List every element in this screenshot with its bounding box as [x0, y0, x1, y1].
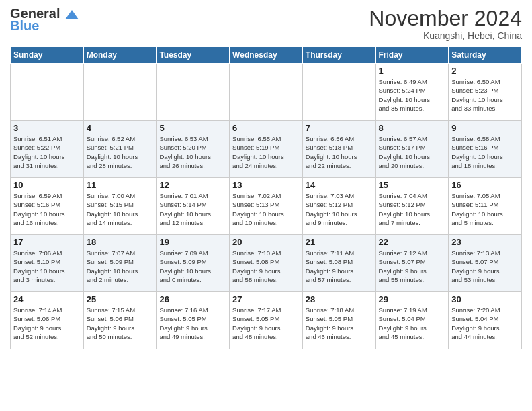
calendar-cell — [157, 64, 230, 121]
day-number: 3 — [13, 123, 81, 133]
calendar-cell — [302, 64, 375, 121]
calendar-cell: 27Sunrise: 7:17 AM Sunset: 5:05 PM Dayli… — [230, 292, 303, 349]
calendar-week-row: 17Sunrise: 7:06 AM Sunset: 5:10 PM Dayli… — [11, 235, 522, 292]
day-number: 15 — [379, 180, 446, 190]
day-info: Sunrise: 7:17 AM Sunset: 5:05 PM Dayligh… — [232, 306, 300, 341]
calendar-cell: 30Sunrise: 7:20 AM Sunset: 5:04 PM Dayli… — [449, 292, 522, 349]
day-number: 2 — [451, 66, 519, 76]
calendar-cell: 10Sunrise: 6:59 AM Sunset: 5:16 PM Dayli… — [11, 178, 84, 235]
calendar-cell: 21Sunrise: 7:11 AM Sunset: 5:08 PM Dayli… — [302, 235, 375, 292]
day-number: 7 — [306, 123, 373, 133]
day-number: 28 — [306, 294, 373, 304]
calendar-cell: 28Sunrise: 7:18 AM Sunset: 5:05 PM Dayli… — [302, 292, 375, 349]
calendar-cell — [11, 64, 84, 121]
day-info: Sunrise: 6:53 AM Sunset: 5:20 PM Dayligh… — [159, 134, 226, 170]
day-number: 4 — [87, 123, 154, 133]
day-info: Sunrise: 7:02 AM Sunset: 5:13 PM Dayligh… — [232, 191, 300, 227]
calendar-cell: 11Sunrise: 7:00 AM Sunset: 5:15 PM Dayli… — [83, 178, 157, 235]
location-subtitle: Kuangshi, Hebei, China — [369, 30, 522, 41]
day-info: Sunrise: 7:01 AM Sunset: 5:14 PM Dayligh… — [159, 191, 226, 227]
day-info: Sunrise: 6:50 AM Sunset: 5:23 PM Dayligh… — [451, 77, 519, 113]
calendar-cell — [230, 64, 303, 121]
calendar-cell: 18Sunrise: 7:07 AM Sunset: 5:09 PM Dayli… — [83, 235, 157, 292]
calendar-cell: 4Sunrise: 6:52 AM Sunset: 5:21 PM Daylig… — [83, 121, 157, 178]
day-number: 24 — [13, 294, 81, 304]
calendar-cell: 3Sunrise: 6:51 AM Sunset: 5:22 PM Daylig… — [11, 121, 84, 178]
day-info: Sunrise: 7:10 AM Sunset: 5:08 PM Dayligh… — [232, 248, 300, 284]
day-info: Sunrise: 6:51 AM Sunset: 5:22 PM Dayligh… — [13, 134, 81, 170]
weekday-header-tuesday: Tuesday — [157, 47, 230, 64]
day-info: Sunrise: 7:00 AM Sunset: 5:15 PM Dayligh… — [87, 191, 154, 227]
day-number: 26 — [159, 294, 226, 304]
calendar-cell: 16Sunrise: 7:05 AM Sunset: 5:11 PM Dayli… — [449, 178, 522, 235]
calendar-table: SundayMondayTuesdayWednesdayThursdayFrid… — [10, 46, 522, 349]
day-number: 11 — [87, 180, 154, 190]
calendar-cell: 6Sunrise: 6:55 AM Sunset: 5:19 PM Daylig… — [230, 121, 303, 178]
day-number: 29 — [379, 294, 446, 304]
day-info: Sunrise: 7:11 AM Sunset: 5:08 PM Dayligh… — [306, 248, 373, 284]
calendar-week-row: 24Sunrise: 7:14 AM Sunset: 5:06 PM Dayli… — [11, 292, 522, 349]
day-info: Sunrise: 7:20 AM Sunset: 5:04 PM Dayligh… — [451, 306, 519, 341]
calendar-cell: 26Sunrise: 7:16 AM Sunset: 5:05 PM Dayli… — [157, 292, 230, 349]
calendar-cell: 17Sunrise: 7:06 AM Sunset: 5:10 PM Dayli… — [11, 235, 84, 292]
day-info: Sunrise: 7:04 AM Sunset: 5:12 PM Dayligh… — [379, 191, 446, 227]
calendar-cell: 24Sunrise: 7:14 AM Sunset: 5:06 PM Dayli… — [11, 292, 84, 349]
day-number: 16 — [451, 180, 519, 190]
day-number: 5 — [159, 123, 226, 133]
day-info: Sunrise: 7:05 AM Sunset: 5:11 PM Dayligh… — [451, 191, 519, 227]
day-number: 12 — [159, 180, 226, 190]
day-info: Sunrise: 7:09 AM Sunset: 5:09 PM Dayligh… — [159, 248, 226, 284]
calendar-cell: 25Sunrise: 7:15 AM Sunset: 5:06 PM Dayli… — [83, 292, 157, 349]
calendar-cell: 8Sunrise: 6:57 AM Sunset: 5:17 PM Daylig… — [375, 121, 449, 178]
weekday-header-monday: Monday — [83, 47, 157, 64]
page: General Blue November 2024 Kuangshi, Heb… — [0, 0, 532, 356]
calendar-cell — [83, 64, 157, 121]
calendar-week-row: 10Sunrise: 6:59 AM Sunset: 5:16 PM Dayli… — [11, 178, 522, 235]
day-number: 20 — [232, 237, 300, 247]
calendar-cell: 12Sunrise: 7:01 AM Sunset: 5:14 PM Dayli… — [157, 178, 230, 235]
weekday-header-saturday: Saturday — [449, 47, 522, 64]
day-info: Sunrise: 7:12 AM Sunset: 5:07 PM Dayligh… — [379, 248, 446, 284]
day-info: Sunrise: 6:49 AM Sunset: 5:24 PM Dayligh… — [379, 77, 446, 113]
day-number: 25 — [87, 294, 154, 304]
day-info: Sunrise: 7:14 AM Sunset: 5:06 PM Dayligh… — [13, 306, 81, 341]
day-info: Sunrise: 7:16 AM Sunset: 5:05 PM Dayligh… — [159, 306, 226, 341]
day-info: Sunrise: 7:13 AM Sunset: 5:07 PM Dayligh… — [451, 248, 519, 284]
calendar-cell: 7Sunrise: 6:56 AM Sunset: 5:18 PM Daylig… — [302, 121, 375, 178]
day-number: 21 — [306, 237, 373, 247]
day-info: Sunrise: 6:58 AM Sunset: 5:16 PM Dayligh… — [451, 134, 519, 170]
day-info: Sunrise: 7:15 AM Sunset: 5:06 PM Dayligh… — [87, 306, 154, 341]
day-number: 1 — [379, 66, 446, 76]
calendar-week-row: 1Sunrise: 6:49 AM Sunset: 5:24 PM Daylig… — [11, 64, 522, 121]
svg-marker-0 — [65, 10, 79, 19]
day-number: 9 — [451, 123, 519, 133]
day-info: Sunrise: 7:18 AM Sunset: 5:05 PM Dayligh… — [306, 306, 373, 341]
day-info: Sunrise: 6:52 AM Sunset: 5:21 PM Dayligh… — [87, 134, 154, 170]
day-info: Sunrise: 6:56 AM Sunset: 5:18 PM Dayligh… — [306, 134, 373, 170]
calendar-cell: 9Sunrise: 6:58 AM Sunset: 5:16 PM Daylig… — [449, 121, 522, 178]
calendar-header-row: SundayMondayTuesdayWednesdayThursdayFrid… — [11, 47, 522, 64]
calendar-cell: 29Sunrise: 7:19 AM Sunset: 5:04 PM Dayli… — [375, 292, 449, 349]
weekday-header-wednesday: Wednesday — [230, 47, 303, 64]
header: General Blue November 2024 Kuangshi, Heb… — [10, 7, 522, 41]
calendar-cell: 15Sunrise: 7:04 AM Sunset: 5:12 PM Dayli… — [375, 178, 449, 235]
day-info: Sunrise: 6:57 AM Sunset: 5:17 PM Dayligh… — [379, 134, 446, 170]
day-number: 27 — [232, 294, 300, 304]
day-info: Sunrise: 7:03 AM Sunset: 5:12 PM Dayligh… — [306, 191, 373, 227]
title-block: November 2024 Kuangshi, Hebei, China — [369, 7, 522, 41]
logo-blue: Blue — [10, 19, 39, 32]
day-number: 6 — [232, 123, 300, 133]
calendar-cell: 19Sunrise: 7:09 AM Sunset: 5:09 PM Dayli… — [157, 235, 230, 292]
weekday-header-sunday: Sunday — [11, 47, 84, 64]
weekday-header-thursday: Thursday — [302, 47, 375, 64]
logo-icon — [65, 10, 79, 19]
day-number: 18 — [87, 237, 154, 247]
day-number: 19 — [159, 237, 226, 247]
calendar-cell: 22Sunrise: 7:12 AM Sunset: 5:07 PM Dayli… — [375, 235, 449, 292]
calendar-cell: 2Sunrise: 6:50 AM Sunset: 5:23 PM Daylig… — [449, 64, 522, 121]
logo: General Blue — [10, 7, 79, 32]
day-number: 23 — [451, 237, 519, 247]
calendar-cell: 13Sunrise: 7:02 AM Sunset: 5:13 PM Dayli… — [230, 178, 303, 235]
weekday-header-friday: Friday — [375, 47, 449, 64]
day-number: 14 — [306, 180, 373, 190]
